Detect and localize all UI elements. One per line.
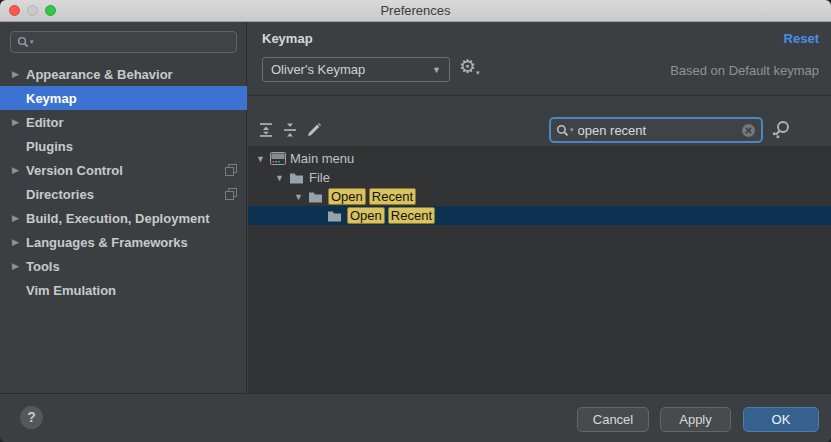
reset-link[interactable]: Reset xyxy=(784,31,819,46)
close-icon[interactable] xyxy=(9,5,20,16)
expand-all-icon[interactable] xyxy=(258,122,274,138)
search-icon[interactable]: ▾ xyxy=(17,36,34,48)
sidebar-item-label: Version Control xyxy=(26,163,123,178)
find-by-shortcut-icon[interactable] xyxy=(770,119,792,141)
collapse-all-icon[interactable] xyxy=(282,122,298,138)
search-match-highlight: Open xyxy=(347,207,385,224)
settings-sidebar: ▾ ▶Appearance & BehaviorKeymap▶EditorPlu… xyxy=(0,22,247,393)
expand-arrow-icon[interactable]: ▶ xyxy=(12,69,26,79)
sidebar-item-label: Plugins xyxy=(26,139,73,154)
clear-icon[interactable] xyxy=(741,123,756,138)
zoom-icon[interactable] xyxy=(45,5,56,16)
sidebar-item-appearance-behavior[interactable]: ▶Appearance & Behavior xyxy=(0,62,247,86)
search-icon[interactable]: ▾ xyxy=(556,124,574,137)
help-button[interactable]: ? xyxy=(20,406,43,429)
cancel-button[interactable]: Cancel xyxy=(577,407,649,432)
expand-arrow-icon[interactable]: ▶ xyxy=(12,117,26,127)
tree-node-label: Main menu xyxy=(290,151,354,166)
sidebar-item-keymap[interactable]: Keymap xyxy=(0,86,247,110)
header-separator xyxy=(248,95,831,96)
tree-row-main-menu[interactable]: ▼Main menu xyxy=(248,149,831,168)
preferences-window: Preferences ▾ ▶Appearance & BehaviorKeym… xyxy=(0,0,831,442)
tree-row-file[interactable]: ▼File xyxy=(248,168,831,187)
search-match-highlight: Recent xyxy=(369,188,416,205)
project-settings-icon xyxy=(225,188,237,200)
search-options-caret-icon: ▾ xyxy=(570,126,574,134)
expand-arrow-icon[interactable]: ▶ xyxy=(12,213,26,223)
title-bar: Preferences xyxy=(0,0,831,22)
folder-icon xyxy=(289,172,309,184)
project-settings-icon xyxy=(225,164,237,176)
action-search-input[interactable] xyxy=(578,123,741,138)
chevron-down-icon: ▼ xyxy=(432,65,441,75)
sidebar-list: ▶Appearance & BehaviorKeymap▶EditorPlugi… xyxy=(0,62,247,302)
page-title: Keymap xyxy=(262,31,313,46)
search-match-highlight: Open xyxy=(328,188,366,205)
edit-icon[interactable] xyxy=(306,122,322,138)
sidebar-item-label: Directories xyxy=(26,187,94,202)
tree-row-open-recent[interactable]: ▼OpenRecent xyxy=(248,187,831,206)
sidebar-search-input[interactable] xyxy=(38,35,230,50)
gear-caret-icon: ▾ xyxy=(476,69,480,77)
collapse-arrow-icon[interactable]: ▼ xyxy=(275,173,289,183)
keymap-tree: ▼Main menu▼File▼OpenRecentOpenRecent xyxy=(248,146,831,393)
sidebar-item-label: Appearance & Behavior xyxy=(26,67,173,82)
gear-icon[interactable]: ⚙▾ xyxy=(459,55,480,77)
tree-row-open-recent[interactable]: OpenRecent xyxy=(248,206,831,225)
expand-arrow-icon[interactable]: ▶ xyxy=(12,237,26,247)
sidebar-item-label: Keymap xyxy=(26,91,77,106)
keymap-panel: Keymap Reset Oliver's Keymap ▼ ⚙▾ Based … xyxy=(248,22,831,393)
expand-arrow-icon[interactable]: ▶ xyxy=(12,165,26,175)
sidebar-item-label: Tools xyxy=(26,259,60,274)
main-menu-icon xyxy=(270,152,290,165)
sidebar-item-directories[interactable]: Directories xyxy=(0,182,247,206)
expand-arrow-icon[interactable]: ▶ xyxy=(12,261,26,271)
sidebar-item-editor[interactable]: ▶Editor xyxy=(0,110,247,134)
footer-bar: ? Cancel Apply OK xyxy=(0,393,831,442)
folder-icon xyxy=(308,191,328,203)
sidebar-item-languages-frameworks[interactable]: ▶Languages & Frameworks xyxy=(0,230,247,254)
collapse-arrow-icon[interactable]: ▼ xyxy=(294,192,308,202)
sidebar-item-vim-emulation[interactable]: Vim Emulation xyxy=(0,278,247,302)
keymap-dropdown[interactable]: Oliver's Keymap ▼ xyxy=(262,57,450,82)
collapse-arrow-icon[interactable]: ▼ xyxy=(256,154,270,164)
sidebar-item-tools[interactable]: ▶Tools xyxy=(0,254,247,278)
sidebar-item-plugins[interactable]: Plugins xyxy=(0,134,247,158)
sidebar-item-label: Vim Emulation xyxy=(26,283,116,298)
based-on-label: Based on Default keymap xyxy=(670,63,819,78)
ok-button[interactable]: OK xyxy=(743,407,819,432)
sidebar-item-build-execution-deployment[interactable]: ▶Build, Execution, Deployment xyxy=(0,206,247,230)
sidebar-item-label: Languages & Frameworks xyxy=(26,235,188,250)
keymap-dropdown-value: Oliver's Keymap xyxy=(271,62,432,77)
tree-node-label: File xyxy=(309,170,330,185)
sidebar-item-label: Build, Execution, Deployment xyxy=(26,211,209,226)
sidebar-item-version-control[interactable]: ▶Version Control xyxy=(0,158,247,182)
window-title: Preferences xyxy=(380,3,450,18)
action-search-field[interactable]: ▾ xyxy=(549,117,763,143)
search-match-highlight: Recent xyxy=(388,207,435,224)
sidebar-item-label: Editor xyxy=(26,115,64,130)
folder-icon xyxy=(327,210,347,222)
sidebar-search-field[interactable]: ▾ xyxy=(10,31,237,53)
search-options-caret-icon: ▾ xyxy=(30,38,34,46)
minimize-icon xyxy=(27,5,38,16)
apply-button[interactable]: Apply xyxy=(660,407,731,432)
